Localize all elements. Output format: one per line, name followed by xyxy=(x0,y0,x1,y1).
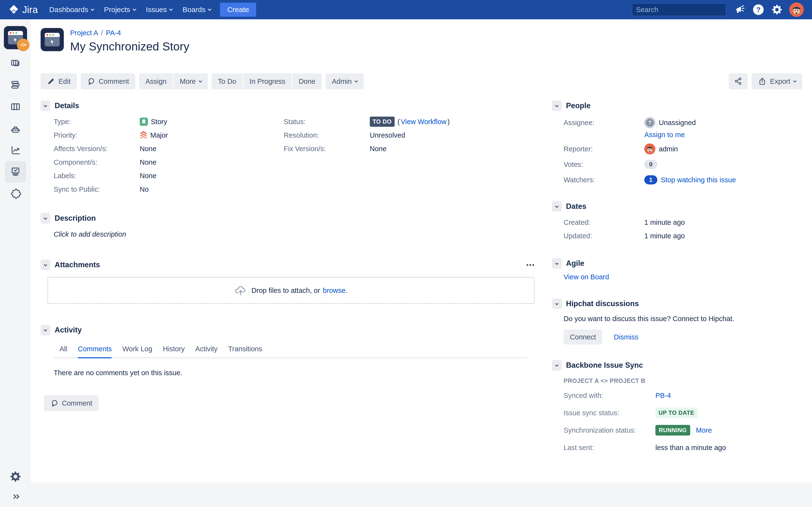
collapse-chevron-icon[interactable] xyxy=(41,213,50,224)
nav-boards[interactable]: Boards xyxy=(177,0,216,19)
sidebar-settings[interactable] xyxy=(5,466,26,487)
tab-all[interactable]: All xyxy=(59,345,67,357)
assign-button-group: Assign More xyxy=(139,73,208,89)
section-title: Details xyxy=(55,101,79,110)
nav-issues[interactable]: Issues xyxy=(141,0,177,19)
search-box[interactable] xyxy=(632,3,726,16)
sidebar-expand-icon[interactable] xyxy=(12,495,18,498)
sync-more-link[interactable]: More xyxy=(696,427,712,434)
collapse-chevron-icon[interactable] xyxy=(552,298,562,309)
issue-side-column: People Assignee: Unassigned xyxy=(552,101,802,456)
share-button[interactable] xyxy=(729,73,748,89)
megaphone-icon[interactable] xyxy=(735,5,745,15)
field-value: Major xyxy=(140,131,168,139)
field-value: Unresolved xyxy=(370,131,405,139)
edit-button[interactable]: Edit xyxy=(41,73,77,89)
dates-section-header: Dates xyxy=(552,201,802,212)
field-label: Fix Version/s: xyxy=(284,145,370,153)
issue-title: My Synchronized Story xyxy=(70,40,190,53)
synced-issue-link[interactable]: PB-4 xyxy=(655,392,671,400)
votes-badge[interactable]: 0 xyxy=(644,160,657,169)
stop-watching-link[interactable]: Stop watching this issue xyxy=(661,176,736,184)
collapse-chevron-icon[interactable] xyxy=(41,260,50,270)
hipchat-connect-button[interactable]: Connect xyxy=(564,330,602,344)
help-icon[interactable] xyxy=(753,4,764,15)
admin-button[interactable]: Admin xyxy=(325,73,364,89)
field-value: 1 minute ago xyxy=(644,232,685,240)
nav-label: Projects xyxy=(104,6,130,14)
nav-dashboards[interactable]: Dashboards xyxy=(44,0,99,19)
sidebar-project-avatar[interactable] xyxy=(4,26,27,49)
dates-section: Dates Created: 1 minute ago Updated: 1 m… xyxy=(552,201,802,243)
updated-row: Updated: 1 minute ago xyxy=(552,229,802,243)
collapse-chevron-icon[interactable] xyxy=(552,201,562,212)
sidebar-item-board-columns[interactable] xyxy=(5,96,26,117)
cloud-upload-icon xyxy=(235,285,247,296)
section-title: Dates xyxy=(566,202,586,211)
todo-transition-button[interactable]: To Do xyxy=(212,73,243,89)
tab-work-log[interactable]: Work Log xyxy=(122,345,152,357)
browse-link[interactable]: browse. xyxy=(323,287,348,294)
description-placeholder[interactable]: Click to add description xyxy=(54,230,538,238)
sidebar-item-queues[interactable] xyxy=(5,74,26,96)
pencil-icon xyxy=(47,77,55,86)
field-label: Priority: xyxy=(54,131,140,139)
breadcrumb-project-link[interactable]: Project A xyxy=(70,29,98,37)
comment-button[interactable]: Comment xyxy=(81,73,135,89)
backbone-section-header: Backbone Issue Sync xyxy=(552,360,802,371)
user-avatar[interactable] xyxy=(789,2,804,17)
collapse-chevron-icon[interactable] xyxy=(552,360,562,371)
more-button[interactable]: More xyxy=(173,73,208,89)
sidebar-item-releases[interactable] xyxy=(5,118,26,139)
issues-screen-icon xyxy=(10,166,21,178)
hipchat-dismiss-link[interactable]: Dismiss xyxy=(614,333,639,341)
assign-to-me-link[interactable]: Assign to me xyxy=(644,131,685,138)
in-progress-transition-button[interactable]: In Progress xyxy=(243,73,292,89)
assignee-row: Assignee: Unassigned xyxy=(552,115,802,130)
sidebar-item-addons[interactable] xyxy=(5,183,26,204)
field-row-affects-version: Affects Version/s: None xyxy=(41,142,284,156)
project-avatar[interactable] xyxy=(41,28,64,51)
watchers-badge[interactable]: 1 xyxy=(644,175,657,184)
chevron-down-icon xyxy=(169,7,173,11)
view-workflow-link[interactable]: View Workflow xyxy=(401,118,446,126)
collapse-chevron-icon[interactable] xyxy=(41,101,50,111)
assign-button[interactable]: Assign xyxy=(139,73,173,89)
dropzone-text: Drop files to attach, or xyxy=(251,287,320,294)
nav-projects[interactable]: Projects xyxy=(99,0,141,19)
export-button[interactable]: Export xyxy=(752,73,802,89)
view-on-board-link[interactable]: View on Board xyxy=(564,273,609,281)
uptodate-badge: UP TO DATE xyxy=(655,407,698,418)
attachment-dropzone[interactable]: Drop files to attach, or browse. xyxy=(47,277,535,304)
tab-history[interactable]: History xyxy=(163,345,185,357)
breadcrumb-issue-link[interactable]: PA-4 xyxy=(106,29,121,37)
comment-button-bottom[interactable]: Comment xyxy=(44,395,99,411)
details-section-header: Details xyxy=(41,101,538,111)
section-title: Attachments xyxy=(55,261,100,269)
jira-logo-icon xyxy=(8,4,19,15)
sidebar-item-boards[interactable] xyxy=(5,53,26,74)
tab-activity[interactable]: Activity xyxy=(195,345,217,357)
collapse-chevron-icon[interactable] xyxy=(552,101,562,111)
code-badge-icon xyxy=(17,39,30,51)
done-transition-button[interactable]: Done xyxy=(292,73,322,89)
jira-logo[interactable]: Jira xyxy=(8,4,38,15)
tab-comments[interactable]: Comments xyxy=(78,345,112,357)
releases-ship-icon xyxy=(10,123,21,134)
collapse-chevron-icon[interactable] xyxy=(552,258,562,269)
attachments-menu-icon[interactable] xyxy=(526,264,534,266)
sidebar-item-reports[interactable] xyxy=(5,139,26,161)
gear-icon[interactable] xyxy=(772,5,782,15)
field-value: None xyxy=(370,145,387,153)
tab-transitions[interactable]: Transitions xyxy=(228,345,262,357)
collapse-chevron-icon[interactable] xyxy=(41,325,50,335)
field-label: Issue sync status: xyxy=(564,409,655,417)
create-button[interactable]: Create xyxy=(220,3,256,17)
search-input[interactable] xyxy=(636,6,727,14)
sidebar-item-issues[interactable] xyxy=(5,161,26,182)
button-label: Assign xyxy=(146,77,166,86)
priority-major-icon xyxy=(140,131,147,139)
field-value: 1 minute ago xyxy=(644,219,685,226)
field-value: Story xyxy=(140,118,167,126)
hipchat-prompt: Do you want to discuss this issue? Conne… xyxy=(552,315,802,323)
